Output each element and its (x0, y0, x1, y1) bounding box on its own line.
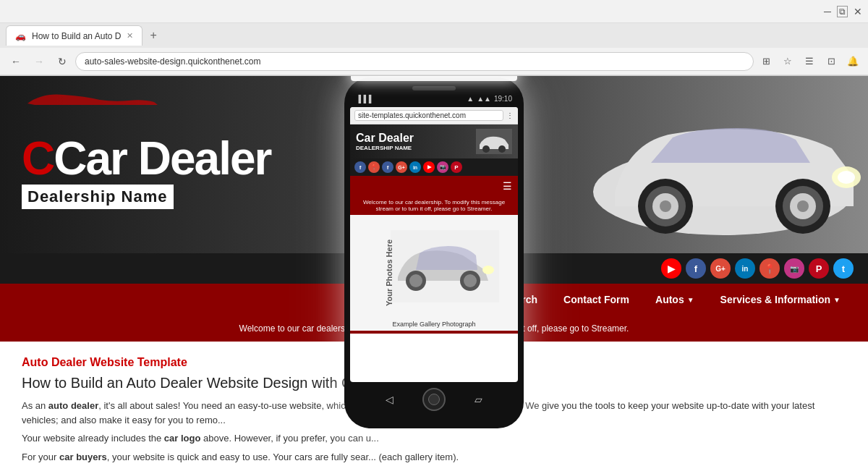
new-tab-button[interactable]: + (145, 29, 161, 42)
phone-car-image (476, 129, 512, 154)
svg-point-17 (409, 274, 422, 287)
autos-dropdown-arrow: ▼ (687, 296, 694, 304)
content-paragraph-3: For your car buyers, your website is qui… (22, 450, 846, 465)
toolbar-right: ⊞ ☆ ☰ ⊡ 🔔 (757, 52, 862, 71)
bookmarks-bar-toggle[interactable]: ⊞ (757, 52, 775, 71)
back-button[interactable]: ← (6, 51, 26, 72)
svg-point-13 (482, 145, 490, 153)
instagram-icon[interactable]: 📷 (784, 258, 804, 279)
phone-url: site-templates.quickonthenet.com (354, 110, 503, 121)
linkedin-icon[interactable]: in (735, 258, 755, 279)
minimize-button[interactable]: ─ (824, 6, 831, 17)
svg-point-14 (498, 145, 506, 153)
phone-nav-bar: ☰ (350, 176, 518, 196)
phone-menu-icon: ⋮ (506, 111, 514, 119)
phone-time: 19:10 (494, 95, 512, 103)
phone-address-bar: site-templates.quickonthenet.com ⋮ (350, 107, 518, 124)
tab-favicon: 🚗 (15, 31, 26, 41)
phone-pi-icon: P (451, 161, 462, 173)
tab-bar: 🚗 How to Build an Auto D ✕ + (0, 23, 868, 48)
mobile-overlay-label: View on Mobile Phone (351, 76, 517, 81)
svg-point-19 (464, 274, 477, 287)
svg-point-9 (797, 200, 809, 212)
phone-signal-icon: ▐▐▐ (356, 95, 371, 103)
content-paragraph-2: Your website already includes the car lo… (22, 431, 846, 446)
phone-yt-icon: ▶ (423, 161, 435, 173)
svg-point-11 (838, 171, 855, 184)
site-logo-text: CCar Dealer (22, 135, 271, 182)
phone-wrapper: ▐▐▐ ▲ ▲▲ 19:10 site-templates.quickonthe… (344, 77, 524, 428)
location-icon[interactable]: 📍 (760, 258, 780, 279)
bookmark-icon[interactable]: ☆ (778, 52, 797, 71)
forward-button[interactable]: → (29, 51, 49, 72)
facebook-icon[interactable]: f (686, 258, 706, 279)
phone-wifi-icon: ▲ (467, 95, 474, 103)
phone-li-icon: in (409, 161, 421, 173)
phone-site-header: Car Dealer DEALERSHIP NAME (350, 124, 518, 158)
active-tab[interactable]: 🚗 How to Build an Auto D ✕ (6, 25, 142, 46)
pinterest-icon[interactable]: P (809, 258, 829, 279)
browser-chrome: ─ ⧉ ✕ 🚗 How to Build an Auto D ✕ + ← → ↻… (0, 0, 868, 76)
restore-button[interactable]: ⧉ (837, 6, 848, 17)
twitter-icon[interactable]: t (833, 258, 854, 279)
menu-icon[interactable]: ☰ (800, 52, 819, 71)
phone-loc-icon: 📍 (368, 161, 380, 173)
url-text: auto-sales-website-design.quickonthenet.… (85, 56, 260, 67)
tab-close-button[interactable]: ✕ (127, 31, 133, 41)
nav-contact-form[interactable]: Contact Form (550, 284, 642, 315)
phone-social-bar: f 📍 f G+ in ▶ 📷 P (350, 158, 518, 176)
svg-point-5 (660, 200, 671, 212)
nav-autos[interactable]: Autos ▼ (642, 284, 707, 315)
phone-network-icon: ▲▲ (477, 95, 491, 103)
phone-recent-button[interactable]: ▱ (475, 394, 482, 405)
phone-screen: site-templates.quickonthenet.com ⋮ Car D… (350, 107, 518, 382)
phone-gallery-car-image (391, 230, 499, 302)
phone-gp-icon: G+ (396, 161, 407, 173)
car-silhouette-icon (20, 89, 165, 111)
cast-icon[interactable]: ⊡ (822, 52, 841, 71)
googleplus-icon[interactable]: G+ (710, 258, 731, 279)
website-content: CCar Dealer Dealership Name (0, 76, 868, 466)
phone-gallery-caption: Example Gallery Photograph (389, 318, 478, 331)
phone-gallery-text: Your Photos Here (385, 240, 393, 306)
svg-point-20 (482, 266, 494, 274)
mobile-overlay: View on Mobile Phone ▐▐▐ ▲ ▲▲ 19:10 site… (344, 76, 524, 428)
tab-title: How to Build an Auto D (32, 31, 121, 41)
services-dropdown-arrow: ▼ (833, 296, 841, 304)
phone-home-button[interactable] (422, 388, 446, 411)
nav-services-information[interactable]: Services & Information ▼ (707, 284, 854, 315)
youtube-icon[interactable]: ▶ (661, 258, 681, 279)
phone-fb-icon: f (354, 161, 366, 173)
phone-gallery: Your Photos Here Examp (350, 215, 518, 331)
title-bar: ─ ⧉ ✕ (0, 0, 868, 23)
header-logo: CCar Dealer Dealership Name (0, 106, 292, 224)
phone-red-bar (350, 331, 518, 334)
close-button[interactable]: ✕ (854, 6, 862, 17)
phone-back-button[interactable]: ◁ (386, 394, 393, 405)
notification-icon[interactable]: 🔔 (843, 52, 862, 71)
phone-ig-icon: 📷 (437, 161, 448, 173)
phone-hamburger-icon[interactable]: ☰ (503, 180, 512, 192)
phone-logo: Car Dealer (356, 132, 414, 145)
refresh-button[interactable]: ↻ (52, 51, 72, 72)
phone-fb2-icon: f (382, 161, 393, 173)
phone-top-bar: ▐▐▐ ▲ ▲▲ 19:10 (350, 95, 518, 107)
phone-logo-sub: DEALERSHIP NAME (356, 145, 414, 151)
dealership-name: Dealership Name (22, 185, 174, 209)
phone-bottom-bar: ◁ ▱ (350, 382, 518, 414)
address-bar[interactable]: auto-sales-website-design.quickonthenet.… (75, 52, 754, 71)
phone-notch (412, 86, 456, 90)
phone-streamer: Welcome to our car dealership. To modify… (350, 196, 518, 215)
toolbar: ← → ↻ auto-sales-website-design.quickont… (0, 48, 868, 75)
